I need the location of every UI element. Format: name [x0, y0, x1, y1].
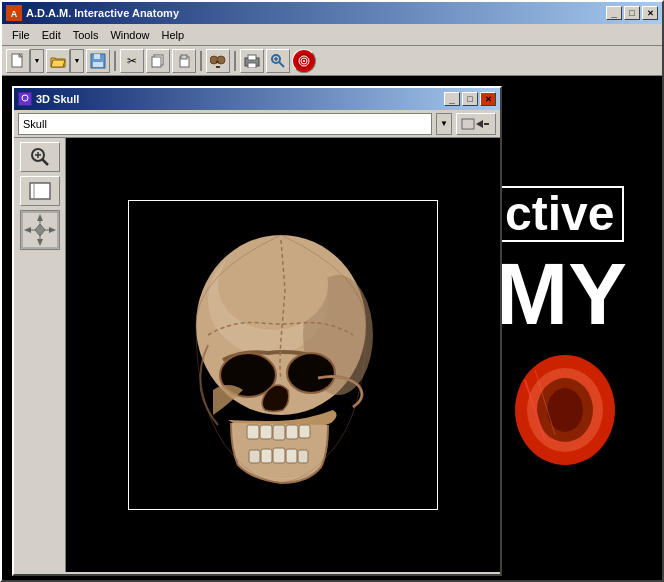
cut-button[interactable]: ✂: [120, 49, 144, 73]
svg-rect-71: [298, 450, 308, 463]
svg-rect-17: [248, 63, 256, 68]
svg-point-18: [255, 60, 257, 62]
minimize-button[interactable]: [606, 6, 622, 20]
svg-line-39: [42, 159, 48, 165]
app-title: A.D.A.M. Interactive Anatomy: [26, 7, 179, 19]
svg-rect-35: [462, 119, 474, 129]
svg-marker-36: [476, 120, 483, 128]
svg-rect-66: [299, 425, 310, 438]
skull-sidebar: [14, 138, 66, 572]
svg-text:A: A: [11, 9, 18, 19]
copy-button[interactable]: [146, 49, 170, 73]
svg-rect-14: [216, 66, 220, 68]
skull-action-button[interactable]: [456, 113, 496, 135]
open-button[interactable]: [46, 49, 70, 73]
save-button[interactable]: [86, 49, 110, 73]
svg-point-72: [206, 485, 356, 495]
paste-button[interactable]: [172, 49, 196, 73]
rotation-control[interactable]: [20, 210, 60, 250]
main-content: ctive MY: [2, 76, 662, 580]
close-button[interactable]: [642, 6, 658, 20]
new-button[interactable]: [6, 49, 30, 73]
title-bar-buttons: [606, 6, 658, 20]
svg-rect-63: [260, 425, 272, 439]
svg-point-57: [218, 240, 328, 330]
skull-dropdown-arrow[interactable]: ▼: [436, 113, 452, 135]
menu-bar: File Edit Tools Window Help: [2, 24, 662, 46]
svg-rect-16: [248, 55, 256, 60]
toolbar-separator-1: [114, 51, 116, 71]
skull-frame: [128, 200, 438, 510]
svg-rect-10: [181, 55, 187, 59]
skull-close-button[interactable]: [480, 92, 496, 106]
zoom-button[interactable]: [266, 49, 290, 73]
skull-title-bar: 3D Skull: [14, 88, 500, 110]
body-part-illustration: [495, 350, 635, 470]
svg-line-20: [279, 62, 284, 67]
svg-rect-13: [216, 61, 219, 63]
skull-title-text: 3D Skull: [36, 93, 79, 105]
svg-rect-6: [93, 62, 103, 67]
menu-window[interactable]: Window: [104, 27, 155, 43]
interactive-text-box: ctive: [495, 186, 624, 242]
skull-window-icon: [18, 92, 32, 106]
svg-rect-5: [94, 54, 100, 59]
skull-content: [14, 138, 500, 572]
toolbar-separator-2: [200, 51, 202, 71]
anatomy-text: MY: [495, 244, 627, 343]
new-button-group: ▼: [6, 49, 44, 73]
skull-svg: [153, 215, 413, 495]
print-button[interactable]: [240, 49, 264, 73]
open-button-group: ▼: [46, 49, 84, 73]
svg-rect-68: [261, 449, 272, 463]
app-icon: A: [6, 5, 22, 21]
svg-rect-70: [286, 449, 297, 463]
svg-rect-64: [273, 425, 285, 440]
skull-maximize-button[interactable]: [462, 92, 478, 106]
title-bar-left: A A.D.A.M. Interactive Anatomy: [6, 5, 179, 21]
skull-viewport: [66, 138, 500, 572]
skull-title-buttons: [444, 92, 496, 106]
svg-rect-42: [30, 183, 50, 199]
svg-rect-67: [249, 450, 260, 463]
toolbar: ▼ ▼ ✂: [2, 46, 662, 76]
skull-dropdown[interactable]: Skull: [18, 113, 432, 135]
adam-background: ctive MY: [487, 76, 662, 580]
menu-tools[interactable]: Tools: [67, 27, 105, 43]
new-dropdown-button[interactable]: ▼: [30, 49, 44, 73]
svg-point-26: [303, 60, 305, 62]
target-button[interactable]: [292, 49, 316, 73]
svg-rect-8: [152, 57, 161, 67]
skull-minimize-button[interactable]: [444, 92, 460, 106]
menu-file[interactable]: File: [6, 27, 36, 43]
magnify-tool-button[interactable]: [20, 142, 60, 172]
anatomy-text-box: MY: [495, 248, 627, 340]
app-window: A A.D.A.M. Interactive Anatomy File Edit…: [0, 0, 664, 582]
maximize-button[interactable]: [624, 6, 640, 20]
svg-rect-62: [247, 425, 259, 439]
menu-help[interactable]: Help: [156, 27, 191, 43]
interactive-text: ctive: [505, 187, 614, 240]
svg-rect-65: [286, 425, 298, 439]
svg-point-61: [289, 355, 333, 391]
skull-window: 3D Skull Skull ▼: [12, 86, 502, 576]
toolbar-separator-3: [234, 51, 236, 71]
svg-rect-69: [273, 448, 285, 463]
open-dropdown-button[interactable]: ▼: [70, 49, 84, 73]
menu-edit[interactable]: Edit: [36, 27, 67, 43]
search-button[interactable]: [206, 49, 230, 73]
skull-toolbar: Skull ▼: [14, 110, 500, 138]
rectangle-tool-button[interactable]: [20, 176, 60, 206]
skull-title-left: 3D Skull: [18, 92, 79, 106]
main-title-bar: A A.D.A.M. Interactive Anatomy: [2, 2, 662, 24]
